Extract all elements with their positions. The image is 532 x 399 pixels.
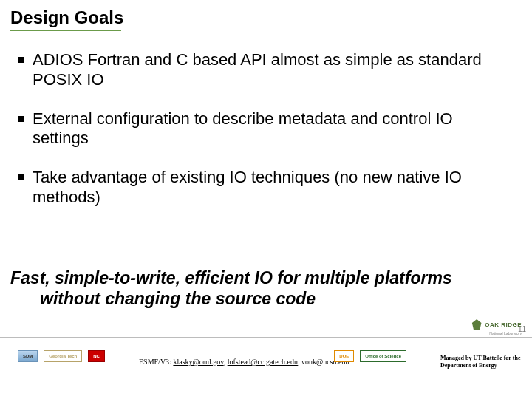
bullet-text: ADIOS Fortran and C based API almost as … bbox=[33, 50, 508, 90]
bullet-text: Take advantage of existing IO techniques… bbox=[33, 168, 508, 208]
contact-prefix: ESMF/V3: bbox=[139, 358, 173, 366]
managed-by-text: Managed by UT-Battelle for the Departmen… bbox=[440, 355, 522, 369]
ornl-label: OAK RIDGE bbox=[485, 321, 522, 328]
georgia-tech-logo: Georgia Tech bbox=[44, 350, 82, 362]
contact-line: ESMF/V3: klasky@ornl.gov, lofstead@cc.ga… bbox=[139, 358, 349, 366]
contact-link[interactable]: klasky@ornl.gov bbox=[173, 358, 223, 366]
ornl-sublabel: National Laboratory bbox=[489, 331, 522, 335]
logos-right: DOE Office of Science bbox=[334, 350, 406, 362]
bullet-text: External configuration to describe metad… bbox=[33, 109, 508, 149]
office-of-science-logo: Office of Science bbox=[360, 350, 406, 362]
ornl-logo: OAK RIDGE bbox=[471, 319, 522, 330]
doe-seal: DOE bbox=[334, 350, 354, 362]
bullet-icon bbox=[18, 57, 24, 63]
title-underline bbox=[10, 30, 121, 31]
list-item: ADIOS Fortran and C based API almost as … bbox=[18, 50, 508, 90]
summary-text: Fast, simple-to-write, efficient IO for … bbox=[10, 267, 508, 309]
logos-left: SDM Georgia Tech NC bbox=[18, 350, 105, 362]
leaf-icon bbox=[471, 319, 482, 330]
contact-link[interactable]: lofstead@cc.gatech.edu bbox=[228, 358, 298, 366]
list-item: External configuration to describe metad… bbox=[18, 109, 508, 149]
bullet-list: ADIOS Fortran and C based API almost as … bbox=[18, 50, 508, 227]
bullet-icon bbox=[18, 174, 24, 180]
sdm-logo: SDM bbox=[18, 350, 38, 362]
list-item: Take advantage of existing IO techniques… bbox=[18, 168, 508, 208]
slide: Design Goals ADIOS Fortran and C based A… bbox=[0, 0, 532, 399]
slide-title: Design Goals bbox=[10, 7, 123, 28]
footer: OAK RIDGE National Laboratory SDM Georgi… bbox=[0, 337, 532, 399]
ncsu-logo: NC bbox=[88, 350, 105, 362]
bullet-icon bbox=[18, 116, 24, 122]
